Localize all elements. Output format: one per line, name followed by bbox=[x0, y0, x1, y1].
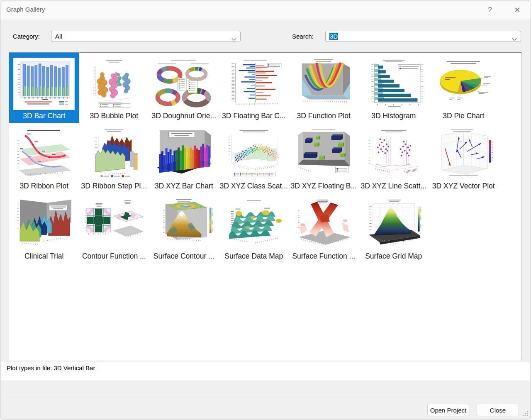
search-input[interactable]: 3D bbox=[325, 31, 521, 42]
surface-data-map-preview bbox=[223, 198, 285, 250]
thumbnail-3d-xyz-bar-chart bbox=[153, 128, 214, 180]
gallery-item-label: 3D Bubble Plot bbox=[90, 112, 138, 120]
dialog-title: Graph Gallery bbox=[6, 6, 45, 13]
gallery-empty-cell bbox=[429, 193, 499, 263]
thumbnail-3d-ribbon-step bbox=[83, 128, 145, 180]
gallery-item-3d-xyz-line-scatter[interactable]: 3D XYZ Line Scatt... bbox=[359, 123, 429, 193]
gallery-item-label: Surface Grid Map bbox=[365, 252, 422, 261]
gallery-item-3d-doughnut[interactable]: 3D Doughnut Orie... bbox=[149, 53, 219, 123]
category-dropdown[interactable]: All bbox=[51, 31, 241, 42]
3d-histogram-preview bbox=[363, 58, 424, 110]
gallery-item-label: Contour Function ... bbox=[82, 252, 146, 261]
title-bar: Graph Gallery ? ✕ bbox=[0, 0, 531, 20]
thumbnail-3d-function-plot bbox=[293, 58, 354, 110]
search-label: Search: bbox=[292, 33, 314, 40]
footer-divider bbox=[7, 392, 524, 392]
gallery-grid: 3D Bar Chart bbox=[9, 53, 521, 263]
gallery-item-3d-xyz-vector-plot[interactable]: 3D XYZ Vector Plot bbox=[429, 123, 499, 193]
thumbnail-3d-xyz-class-scatter bbox=[223, 128, 285, 180]
3d-function-plot-preview bbox=[293, 58, 354, 110]
clinical-trial-preview bbox=[13, 198, 75, 250]
gallery-item-label: 3D XYZ Floating B... bbox=[290, 182, 357, 190]
status-bar: Plot types in file: 3D Vertical Bar bbox=[1, 362, 530, 381]
gallery-item-label: Surface Contour ... bbox=[153, 252, 214, 261]
status-text: Plot types in file: 3D Vertical Bar bbox=[7, 364, 95, 371]
gallery-item-label: 3D Histogram bbox=[371, 112, 416, 120]
gallery-item-3d-xyz-bar-chart[interactable]: 3D XYZ Bar Chart bbox=[149, 123, 219, 193]
thumbnail-surface-function bbox=[293, 198, 354, 250]
thumbnail-3d-pie-chart bbox=[433, 58, 494, 110]
thumbnail-3d-doughnut bbox=[153, 58, 214, 110]
gallery-item-contour-function[interactable]: Contour Function ... bbox=[79, 193, 149, 263]
3d-floating-bar-preview bbox=[223, 58, 285, 110]
chevron-down-icon bbox=[231, 35, 236, 42]
gallery-item-label: 3D XYZ Vector Plot bbox=[432, 182, 495, 190]
close-dialog-button[interactable]: Close bbox=[477, 404, 519, 416]
close-button[interactable]: ✕ bbox=[508, 0, 526, 20]
3d-xyz-class-scatter-preview bbox=[223, 128, 285, 180]
gallery-item-label: 3D XYZ Bar Chart bbox=[155, 182, 213, 190]
thumbnail-3d-xyz-line-scatter bbox=[363, 128, 424, 180]
help-icon: ? bbox=[488, 6, 492, 14]
gallery-item-label: 3D Pie Chart bbox=[443, 112, 484, 120]
gallery-item-label: Surface Data Map bbox=[224, 252, 283, 261]
3d-doughnut-preview bbox=[153, 58, 214, 110]
gallery-item-3d-histogram[interactable]: 3D Histogram bbox=[359, 53, 429, 123]
gallery-item-label: Surface Function ... bbox=[292, 252, 355, 261]
thumbnail-surface-grid-map bbox=[363, 198, 424, 250]
3d-xyz-line-scatter-preview bbox=[363, 128, 424, 180]
3d-xyz-bar-chart-preview bbox=[153, 128, 214, 180]
gallery-item-surface-function[interactable]: Surface Function ... bbox=[289, 193, 359, 263]
gallery-item-3d-pie-chart[interactable]: 3D Pie Chart bbox=[429, 53, 499, 123]
gallery-item-label: 3D XYZ Line Scatt... bbox=[360, 182, 426, 190]
gallery-item-label: 3D Doughnut Orie... bbox=[151, 112, 216, 120]
gallery-item-surface-data-map[interactable]: Surface Data Map bbox=[219, 193, 289, 263]
open-project-button[interactable]: Open Project bbox=[427, 404, 469, 416]
gallery-item-surface-contour[interactable]: Surface Contour ... bbox=[149, 193, 219, 263]
category-value: All bbox=[55, 33, 62, 40]
3d-bar-chart-preview bbox=[13, 58, 75, 110]
thumbnail-clinical-trial bbox=[13, 198, 75, 250]
resize-grip-icon[interactable] bbox=[522, 410, 529, 418]
thumbnail-3d-histogram bbox=[363, 58, 424, 110]
gallery-panel: 3D Bar Chart bbox=[9, 52, 522, 361]
gallery-item-label: 3D Function Plot bbox=[297, 112, 351, 120]
gallery-item-3d-bubble-plot[interactable]: 3D Bubble Plot bbox=[79, 53, 149, 123]
gallery-item-3d-bar-chart[interactable]: 3D Bar Chart bbox=[9, 53, 79, 123]
gallery-item-label: 3D Floating Bar C... bbox=[222, 112, 286, 120]
contour-function-preview bbox=[83, 198, 145, 250]
gallery-item-3d-xyz-floating[interactable]: 3D XYZ Floating B... bbox=[289, 123, 359, 193]
thumbnail-3d-xyz-vector-plot bbox=[433, 128, 494, 180]
gallery-item-label: Clinical Trial bbox=[24, 252, 63, 261]
gallery-item-3d-floating-bar[interactable]: 3D Floating Bar C... bbox=[219, 53, 289, 123]
gallery-item-label: 3D Bar Chart bbox=[23, 112, 65, 120]
close-icon: ✕ bbox=[514, 5, 520, 15]
gallery-item-label: 3D XYZ Class Scat... bbox=[220, 182, 288, 190]
gallery-item-clinical-trial[interactable]: Clinical Trial bbox=[9, 193, 79, 263]
gallery-item-3d-function-plot[interactable]: 3D Function Plot bbox=[289, 53, 359, 123]
3d-pie-chart-preview bbox=[433, 58, 494, 110]
gallery-item-label: 3D Ribbon Step Pl... bbox=[81, 182, 147, 190]
3d-xyz-vector-plot-preview bbox=[433, 128, 494, 180]
help-button[interactable]: ? bbox=[481, 0, 499, 20]
3d-ribbon-step-preview bbox=[83, 128, 145, 180]
gallery-item-label: 3D Ribbon Plot bbox=[19, 182, 68, 190]
thumbnail-3d-bubble-plot bbox=[83, 58, 145, 110]
surface-contour-preview bbox=[153, 198, 214, 250]
gallery-item-3d-xyz-class-scatter[interactable]: 3D XYZ Class Scat... bbox=[219, 123, 289, 193]
thumbnail-3d-floating-bar bbox=[223, 58, 285, 110]
surface-grid-map-preview bbox=[363, 198, 424, 250]
3d-ribbon-plot-preview bbox=[13, 128, 75, 180]
thumbnail-contour-function bbox=[83, 198, 145, 250]
gallery-item-surface-grid-map[interactable]: Surface Grid Map bbox=[359, 193, 429, 263]
thumbnail-surface-contour bbox=[153, 198, 214, 250]
search-value: 3D bbox=[329, 33, 338, 40]
chevron-down-icon bbox=[512, 35, 517, 42]
thumbnail-3d-ribbon-plot bbox=[13, 128, 75, 180]
thumbnail-3d-bar-chart bbox=[13, 58, 75, 110]
gallery-item-3d-ribbon-step[interactable]: 3D Ribbon Step Pl... bbox=[79, 123, 149, 193]
thumbnail-3d-xyz-floating bbox=[293, 128, 354, 180]
gallery-item-3d-ribbon-plot[interactable]: 3D Ribbon Plot bbox=[9, 123, 79, 193]
category-label: Category: bbox=[13, 33, 40, 40]
thumbnail-surface-data-map bbox=[223, 198, 285, 250]
